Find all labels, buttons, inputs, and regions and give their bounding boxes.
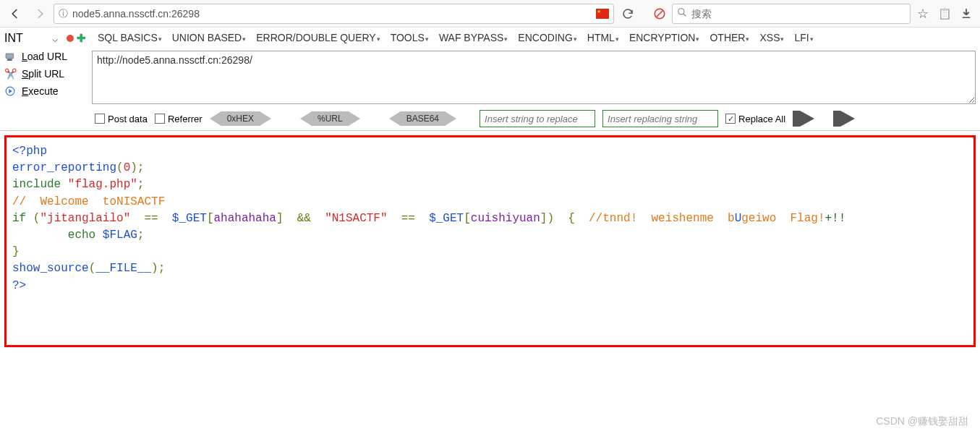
flag-icon [596,9,609,19]
checkbox-icon [155,114,165,124]
hackbar-menu: SQL BASICS▾ UNION BASED▾ ERROR/DOUBLE QU… [90,27,980,48]
menu-encryption[interactable]: ENCRYPTION▾ [625,29,704,46]
replace-all-label: Replace All [738,114,785,124]
referrer-checkbox[interactable]: Referrer [155,114,203,124]
svg-rect-4 [7,59,12,61]
menu-union-based[interactable]: UNION BASED▾ [168,29,250,46]
execute-button[interactable]: EExecutexecute [4,82,86,100]
execute-label: EExecutexecute [22,85,59,97]
replace-go-button-2[interactable] [833,111,855,127]
hex-encode-button[interactable]: 0xHEX [210,111,271,126]
search-icon [677,7,687,20]
url-bar[interactable]: ⓘ [54,4,614,24]
replace-all-checkbox[interactable]: Replace All [725,114,785,124]
db-selector-row: INT ✚ [4,30,86,48]
info-icon[interactable]: ⓘ [59,7,68,20]
browser-toolbar: ⓘ [0,0,980,27]
menu-sql-basics[interactable]: SQL BASICS▾ [93,29,166,46]
load-icon [4,51,16,62]
base64-encode-button[interactable]: BASE64 [389,111,456,126]
play-icon [4,85,16,97]
menu-encoding[interactable]: ENCODING▾ [514,29,581,46]
db-status-plus-icon: ✚ [77,32,86,45]
hackbar-url-input[interactable] [92,51,976,104]
menu-error-query[interactable]: ERROR/DOUBLE QUERY▾ [252,29,384,46]
hackbar-panel: INT ✚ Load URL ✂️ Split URL EExecutexecu… [0,27,980,131]
downloads-button[interactable] [957,4,976,23]
post-data-label: Post data [108,114,148,124]
scissors-icon: ✂️ [4,68,16,80]
search-bar[interactable] [672,4,911,24]
page-source-code: <?php error_reporting(0); include "flag.… [4,135,976,347]
chevron-down-icon[interactable] [52,33,58,44]
search-input[interactable] [691,8,906,20]
checkbox-checked-icon [725,114,736,124]
hackbar-main: SQL BASICS▾ UNION BASED▾ ERROR/DOUBLE QU… [90,27,980,130]
reload-button[interactable] [617,3,639,25]
db-status-red-icon [67,35,74,42]
load-url-label: Load URL [22,51,67,62]
replace-with-input[interactable] [602,110,718,127]
menu-lfi[interactable]: LFI▾ [790,29,817,46]
url-input[interactable] [72,8,592,20]
checkbox-icon [95,114,105,124]
db-type-select[interactable]: INT [4,32,49,45]
menu-other[interactable]: OTHER▾ [705,29,754,46]
split-url-label: Split URL [22,68,64,80]
replace-go-button[interactable] [793,111,814,127]
load-url-button[interactable]: Load URL [4,48,86,65]
forward-button[interactable] [29,3,51,25]
block-icon[interactable] [650,4,669,23]
hackbar-options: Post data Referrer 0xHEX %URL BASE64 [90,107,980,130]
svg-rect-2 [963,17,971,18]
library-button[interactable] [935,4,954,23]
menu-xss[interactable]: XSS▾ [755,29,788,46]
bookmark-button[interactable] [913,4,932,23]
back-button[interactable] [4,3,26,25]
menu-waf-bypass[interactable]: WAF BYPASS▾ [435,29,512,46]
split-url-button[interactable]: ✂️ Split URL [4,65,86,82]
referrer-label: Referrer [168,114,203,124]
hackbar-sidebar: INT ✚ Load URL ✂️ Split URL EExecutexecu… [0,27,90,130]
svg-point-1 [678,9,684,14]
menu-html[interactable]: HTML▾ [583,29,623,46]
replace-find-input[interactable] [480,110,595,127]
svg-rect-3 [6,54,14,59]
menu-tools[interactable]: TOOLS▾ [386,29,433,46]
post-data-checkbox[interactable]: Post data [95,114,148,124]
url-encode-button[interactable]: %URL [300,111,360,126]
